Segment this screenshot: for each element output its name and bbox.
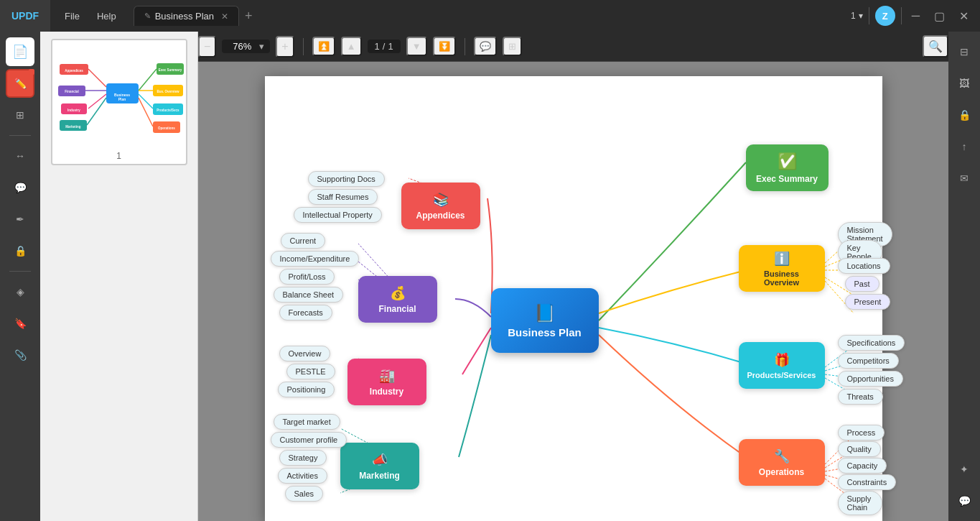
right-ai-btn[interactable]: ✦ — [950, 455, 979, 484]
page-thumbnail-1[interactable]: Business Plan Exec Summary Bus. Overview… — [51, 39, 187, 165]
leaf-targetmarket[interactable]: Target market — [274, 414, 340, 430]
share-icon: ↑ — [962, 141, 967, 152]
svg-text:Appendices: Appendices — [65, 69, 83, 73]
leaf-constraints[interactable]: Constraints — [838, 474, 897, 490]
financial-node[interactable]: 💰 Financial — [358, 276, 437, 323]
zoom-dropdown-icon[interactable]: ▾ — [259, 41, 264, 52]
center-icon: 📘 — [534, 303, 556, 323]
pdf-area[interactable]: 📘 Business Plan ✅ Exec Summary ℹ️ Busine… — [198, 62, 948, 521]
comment-button[interactable]: 💬 — [474, 37, 497, 56]
appendices-icon: 📚 — [433, 192, 449, 208]
sidebar-bookmark[interactable]: 🔖 — [6, 309, 34, 338]
marketing-node[interactable]: 📣 Marketing — [340, 443, 419, 489]
sidebar-comment[interactable]: 💬 — [6, 173, 34, 202]
next-page-button[interactable]: ▼ — [406, 37, 427, 56]
app-logo: UPDF — [0, 0, 50, 32]
search-button[interactable]: 🔍 — [923, 35, 948, 57]
toolbar: − 76% ▾ + ⏫ ▲ 1 / 1 ▼ ⏬ 💬 ⊞ 🔍 — [198, 32, 948, 62]
sidebar-protect[interactable]: 🔒 — [6, 236, 34, 265]
leaf-supply[interactable]: Supply Chain — [838, 491, 882, 515]
sidebar-convert[interactable]: ↔ — [6, 142, 34, 170]
exec-summary-icon: ✅ — [778, 152, 797, 171]
leaf-capacity[interactable]: Capacity — [838, 458, 887, 474]
business-overview-node[interactable]: ℹ️ Business Overview — [739, 245, 825, 292]
sidebar-attachment[interactable]: 📎 — [6, 341, 34, 369]
edit-icon: ✏️ — [14, 78, 27, 89]
last-page-button[interactable]: ⏬ — [433, 37, 456, 56]
content-area: − 76% ▾ + ⏫ ▲ 1 / 1 ▼ ⏬ 💬 ⊞ 🔍 — [198, 32, 948, 521]
leaf-ip[interactable]: Intellectual Property — [294, 207, 382, 223]
leaf-sales[interactable]: Sales — [285, 486, 324, 502]
financial-label: Financial — [378, 304, 416, 314]
leaf-supportingdocs[interactable]: Supporting Docs — [308, 171, 385, 187]
sidebar-read-mode[interactable]: 📄 — [6, 37, 34, 66]
maximize-button[interactable]: ▢ — [930, 9, 949, 23]
prev-page-button[interactable]: ▲ — [341, 37, 362, 56]
leaf-locations[interactable]: Locations — [838, 258, 890, 274]
svg-text:Plan: Plan — [118, 97, 126, 101]
right-export-btn[interactable]: ⊟ — [950, 37, 979, 66]
business-overview-icon: ℹ️ — [774, 251, 790, 267]
pdf-page: 📘 Business Plan ✅ Exec Summary ℹ️ Busine… — [265, 76, 882, 521]
convert-icon: ↔ — [15, 150, 25, 162]
leaf-staffresumes[interactable]: Staff Resumes — [308, 189, 378, 205]
sidebar-edit-pdf[interactable]: ✏️ — [6, 69, 34, 98]
right-lock-btn[interactable]: 🔒 — [950, 101, 979, 129]
sidebar-layers[interactable]: ◈ — [6, 277, 34, 306]
organize-icon: ⊞ — [16, 109, 24, 121]
leaf-present[interactable]: Present — [845, 294, 891, 310]
right-chat-btn[interactable]: 💬 — [950, 487, 979, 515]
operations-node[interactable]: 🔧 Operations — [739, 439, 825, 486]
chat-icon: 💬 — [958, 495, 971, 507]
leaf-incomeexp[interactable]: Income/Expenditure — [271, 251, 360, 267]
tab-label: Business Plan — [155, 11, 214, 22]
zoom-out-button[interactable]: − — [198, 36, 216, 57]
exec-summary-node[interactable]: ✅ Exec Summary — [746, 144, 829, 191]
leaf-profitloss[interactable]: Profit/Loss — [279, 269, 335, 285]
tab-close[interactable]: ✕ — [221, 11, 228, 22]
center-node[interactable]: 📘 Business Plan — [491, 288, 599, 353]
zoom-in-button[interactable]: + — [276, 36, 294, 57]
leaf-past[interactable]: Past — [845, 276, 879, 292]
leaf-process[interactable]: Process — [838, 425, 885, 441]
svg-text:Bus. Overview: Bus. Overview — [157, 90, 179, 93]
leaf-opportunities[interactable]: Opportunities — [838, 371, 903, 387]
leaf-pestle[interactable]: PESTLE — [286, 364, 335, 379]
sidebar-signature[interactable]: ✒ — [6, 205, 34, 234]
close-button[interactable]: ✕ — [955, 9, 973, 23]
user-avatar[interactable]: Z — [875, 6, 895, 26]
minimize-button[interactable]: ─ — [907, 9, 924, 22]
appendices-node[interactable]: 📚 Appendices — [401, 183, 480, 229]
right-email-btn[interactable]: ✉ — [950, 164, 979, 193]
leaf-activities[interactable]: Activities — [278, 468, 327, 484]
leaf-overview[interactable]: Overview — [279, 346, 331, 361]
industry-node[interactable]: 🏭 Industry — [347, 359, 426, 405]
leaf-specs[interactable]: Specifications — [838, 335, 905, 351]
sidebar-organize[interactable]: ⊞ — [6, 101, 34, 129]
marketing-icon: 📣 — [372, 452, 388, 468]
leaf-balancesheet[interactable]: Balance Sheet — [274, 287, 344, 303]
right-share-btn[interactable]: ↑ — [950, 132, 979, 161]
leaf-threats[interactable]: Threats — [838, 389, 883, 405]
view-button[interactable]: ⊞ — [503, 37, 522, 56]
tab-business-plan[interactable]: ✎ Business Plan ✕ — [134, 6, 239, 26]
financial-icon: 💰 — [390, 285, 406, 301]
separator-2 — [465, 38, 465, 55]
leaf-quality[interactable]: Quality — [838, 441, 881, 457]
leaf-competitors[interactable]: Competitors — [838, 353, 899, 369]
leaf-strategy[interactable]: Strategy — [279, 450, 327, 466]
tab-add-button[interactable]: + — [245, 9, 253, 24]
products-services-node[interactable]: 🎁 Products/Services — [739, 342, 825, 389]
leaf-positioning[interactable]: Positioning — [278, 382, 335, 397]
right-image-btn[interactable]: 🖼 — [950, 69, 979, 98]
first-page-button[interactable]: ⏫ — [312, 37, 335, 56]
menu-file[interactable]: File — [57, 8, 87, 24]
leaf-forecasts[interactable]: Forecasts — [279, 305, 332, 321]
leaf-customerprofile[interactable]: Customer profile — [271, 432, 347, 448]
menu-help[interactable]: Help — [90, 8, 123, 24]
thumbnail-panel: Business Plan Exec Summary Bus. Overview… — [40, 32, 198, 521]
top-menu: File Help — [50, 8, 131, 24]
right-sidebar: ⊟ 🖼 🔒 ↑ ✉ ✦ 💬 — [948, 32, 980, 521]
leaf-current[interactable]: Current — [281, 233, 326, 249]
lock-icon: 🔒 — [958, 109, 971, 121]
